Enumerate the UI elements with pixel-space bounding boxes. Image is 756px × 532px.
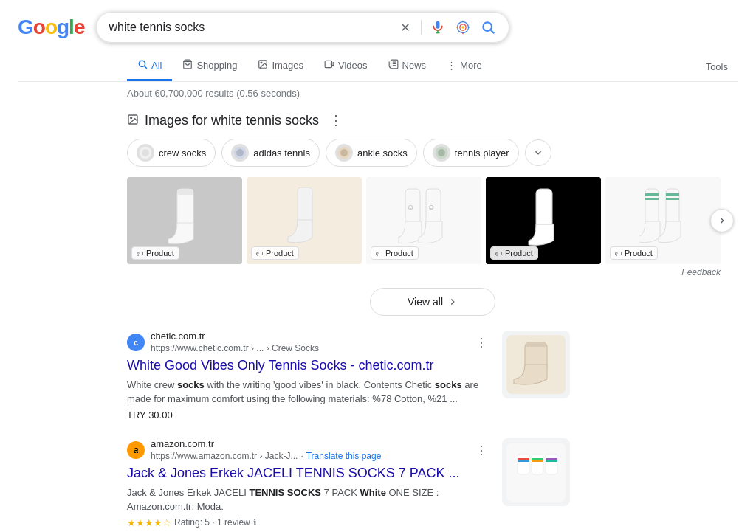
tab-images[interactable]: Images (247, 52, 314, 81)
google-logo[interactable]: Google (18, 15, 84, 39)
result-1-title[interactable]: White Good Vibes Only Tennis Socks - che… (127, 357, 490, 374)
tab-news[interactable]: News (378, 52, 437, 81)
result-item-1: c chetic.com.tr https://www.chetic.com.t… (127, 331, 570, 421)
svg-rect-56 (532, 458, 543, 460)
svg-rect-44 (645, 198, 659, 200)
result-1-favicon: c (127, 334, 145, 351)
view-all-container: View all (127, 288, 738, 316)
tab-all[interactable]: All (127, 52, 172, 81)
rating-text: Rating: 5 · 1 review (174, 517, 250, 528)
chip-ankle-socks-avatar (335, 144, 353, 162)
product-label-5: 🏷 Product (610, 246, 658, 260)
svg-point-7 (462, 26, 464, 28)
svg-rect-60 (546, 460, 557, 462)
svg-point-33 (438, 149, 445, 156)
search-bar[interactable] (96, 12, 509, 43)
tab-more[interactable]: ⋮ More (436, 52, 492, 80)
result-2-more-button[interactable]: ⋮ (472, 441, 490, 460)
tools-button[interactable]: Tools (695, 54, 738, 80)
results-info: About 60,700,000 results (0.56 seconds) (18, 88, 738, 99)
svg-rect-58 (546, 454, 557, 474)
result-2-translate-link[interactable]: Translate this page (306, 451, 382, 463)
result-1-price: TRY 30.00 (127, 410, 490, 421)
svg-line-13 (491, 30, 495, 34)
svg-line-15 (145, 66, 147, 69)
videos-icon (324, 59, 334, 72)
svg-rect-46 (666, 193, 679, 196)
result-2-thumbnail[interactable] (502, 438, 570, 506)
images-section: Images for white tennis socks ⋮ crew soc… (18, 111, 738, 316)
chip-tennis-player-avatar (433, 144, 450, 162)
result-2-url[interactable]: https://www.amazon.com.tr › Jack-J... (151, 451, 298, 463)
result-1-layout: c chetic.com.tr https://www.chetic.com.t… (127, 331, 570, 421)
feedback-text[interactable]: Feedback (127, 267, 721, 277)
svg-point-12 (484, 22, 492, 31)
voice-search-button[interactable] (429, 18, 447, 36)
svg-point-18 (261, 62, 262, 63)
result-item-2: a amazon.com.tr https://www.amazon.com.t… (127, 438, 570, 528)
image-item-4[interactable]: 🏷 Product (486, 177, 601, 264)
result-1-site-details: chetic.com.tr https://www.chetic.com.tr … (151, 331, 319, 354)
svg-rect-43 (645, 193, 659, 196)
result-1-snippet: White crew socks with the writing 'good … (127, 378, 490, 407)
result-1-site-name: chetic.com.tr (151, 331, 319, 343)
image-item-5[interactable]: 🏷 Product (605, 177, 721, 264)
image-grid: 🏷 Product 🏷 Product (127, 177, 721, 264)
chip-crew-socks[interactable]: crew socks (127, 139, 216, 167)
image-search-button[interactable] (454, 18, 472, 36)
tag-icon-3: 🏷 (376, 249, 383, 258)
svg-rect-54 (518, 460, 529, 462)
more-icon: ⋮ (447, 60, 456, 71)
search-button[interactable] (479, 18, 497, 36)
svg-text:☺: ☺ (427, 203, 435, 211)
image-item-3[interactable]: ☺ ☺ 🏷 Product (366, 177, 481, 264)
tab-images-label: Images (272, 60, 303, 71)
search-input[interactable] (109, 21, 391, 34)
next-images-button[interactable] (710, 209, 734, 232)
result-2-title[interactable]: Jack & Jones Erkek JACELI TENNIS SOCKS 7… (127, 465, 490, 482)
svg-rect-50 (526, 342, 546, 347)
rating-info-icon[interactable]: ℹ (253, 517, 257, 528)
chip-adidas-tennis[interactable]: adidas tennis (221, 139, 320, 167)
images-nav-icon (258, 59, 268, 72)
tab-videos[interactable]: Videos (314, 52, 378, 81)
result-2-layout: a amazon.com.tr https://www.amazon.com.t… (127, 438, 570, 528)
svg-point-27 (142, 149, 149, 156)
image-item-2[interactable]: 🏷 Product (247, 177, 362, 264)
svg-rect-57 (532, 460, 543, 462)
tab-more-label: More (460, 60, 482, 71)
expand-chips-button[interactable] (525, 139, 551, 166)
svg-rect-52 (518, 454, 529, 474)
view-all-label: View all (408, 296, 443, 308)
result-2-site-name: amazon.com.tr (151, 438, 381, 451)
view-all-button[interactable]: View all (370, 288, 495, 316)
related-chips: crew socks adidas tennis (127, 139, 738, 167)
clear-button[interactable] (397, 19, 413, 35)
result-2-site-details: amazon.com.tr https://www.amazon.com.tr … (151, 438, 381, 462)
result-1-site-info: c chetic.com.tr https://www.chetic.com.t… (127, 331, 490, 354)
tab-videos-label: Videos (338, 60, 368, 71)
chip-tennis-player-label: tennis player (455, 148, 509, 159)
image-item-1[interactable]: 🏷 Product (127, 177, 242, 264)
images-more-button[interactable]: ⋮ (325, 111, 347, 130)
svg-rect-55 (532, 454, 543, 474)
result-1-thumbnail[interactable] (502, 331, 570, 398)
result-2-favicon: a (127, 441, 145, 459)
result-1-more-button[interactable]: ⋮ (472, 333, 490, 353)
svg-rect-47 (666, 198, 679, 200)
images-title: Images for white tennis socks (145, 113, 319, 128)
chip-tennis-player[interactable]: tennis player (423, 139, 519, 167)
result-1-url[interactable]: https://www.chetic.com.tr › ... › Crew S… (151, 343, 319, 355)
chip-crew-socks-label: crew socks (159, 148, 206, 159)
tag-icon-2: 🏷 (256, 249, 264, 258)
product-label-1: 🏷 Product (131, 246, 179, 260)
product-label-2: 🏷 Product (251, 246, 299, 260)
chip-crew-socks-avatar (137, 144, 154, 162)
svg-marker-20 (331, 63, 334, 66)
tab-shopping-label: Shopping (196, 60, 237, 71)
chip-ankle-socks[interactable]: ankle socks (326, 139, 417, 167)
tab-shopping[interactable]: Shopping (172, 52, 247, 81)
image-grid-wrapper: 🏷 Product 🏷 Product (127, 177, 721, 277)
svg-point-25 (131, 117, 132, 118)
svg-point-31 (340, 149, 348, 156)
